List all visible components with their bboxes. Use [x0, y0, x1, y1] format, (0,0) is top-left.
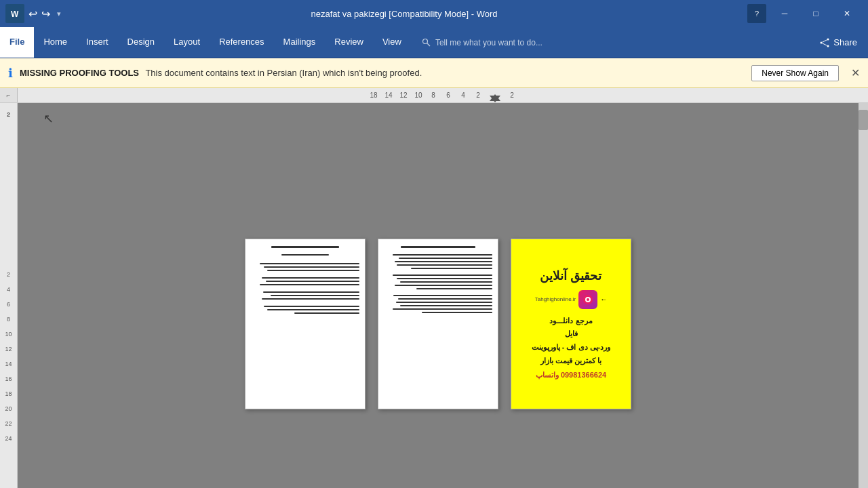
scrollbar-thumb[interactable]: [859, 110, 868, 130]
title-bar: W ↩ ↪ ▾ nezafat va pakizegi [Compatibili…: [0, 0, 868, 27]
page-2-content: [378, 239, 498, 322]
tab-insert[interactable]: Insert: [77, 27, 118, 58]
svg-point-5: [821, 41, 823, 43]
ruler-num-12: 12: [396, 92, 411, 99]
redo-button[interactable]: ↪: [41, 7, 50, 20]
title-bar-left: W ↩ ↪ ▾: [5, 4, 61, 23]
svg-point-3: [422, 39, 427, 43]
ad-content: تحقیق آنلاین Tahghighonline.ir ← مرجع دا…: [511, 239, 631, 409]
ad-logo: [578, 290, 597, 309]
ad-title: تحقیق آنلاین: [540, 268, 601, 284]
tab-mailings[interactable]: Mailings: [274, 27, 326, 58]
ribbon: File Home Insert Design Layout Reference…: [0, 27, 868, 58]
main-layout: 2 2 4 6 8 10 12 14 16 18 20 22 24 ↖: [0, 103, 868, 488]
svg-line-4: [427, 43, 430, 46]
vertical-scrollbar[interactable]: [859, 103, 868, 488]
undo-button[interactable]: ↩: [28, 7, 37, 20]
svg-text:?: ?: [755, 9, 759, 18]
share-label: Share: [833, 37, 857, 47]
ad-url: Tahghighonline.ir: [535, 296, 576, 302]
ad-url-row: Tahghighonline.ir ←: [535, 287, 608, 312]
minimize-button[interactable]: ─: [769, 3, 800, 24]
ribbon-search[interactable]: Tell me what you want to do...: [411, 27, 809, 58]
tab-layout[interactable]: Layout: [164, 27, 210, 58]
svg-point-7: [827, 45, 829, 47]
ruler-num-6: 6: [441, 92, 456, 99]
svg-line-9: [823, 43, 827, 45]
window-controls-group: ─ □ ✕: [769, 3, 863, 24]
maximize-button[interactable]: □: [800, 3, 831, 24]
search-placeholder: Tell me what you want to do...: [435, 38, 542, 47]
ruler-num-2b: 2: [505, 92, 519, 99]
notification-text: MISSING PROOFING TOOLS This document con…: [20, 68, 745, 78]
page-2[interactable]: [378, 239, 498, 409]
svg-point-6: [827, 38, 829, 40]
never-show-again-button[interactable]: Never Show Again: [751, 65, 839, 81]
ruler-num-4: 4: [456, 92, 471, 99]
ad-subtitle: مرجع دانلـــود فایل ورد-پی دی اف - پاورپ…: [532, 314, 611, 368]
ruler-num-14: 14: [381, 92, 396, 99]
notification-bar: ℹ MISSING PROOFING TOOLS This document c…: [0, 58, 868, 88]
notification-bold-text: MISSING PROOFING TOOLS: [20, 68, 139, 78]
tab-review[interactable]: Review: [325, 27, 373, 58]
notification-message: This document contains text in Persian (…: [145, 68, 422, 78]
svg-line-8: [823, 39, 827, 41]
svg-point-14: [587, 298, 589, 301]
ruler-numbers: 18 14 12 10 8 6 4 2 2: [18, 92, 868, 99]
ruler-corner[interactable]: ⌐: [0, 88, 18, 103]
tab-design[interactable]: Design: [118, 27, 164, 58]
tab-file[interactable]: File: [0, 27, 34, 58]
window-controls: ? ─ □ ✕: [747, 3, 863, 24]
horizontal-ruler: ⌐ 18 14 12 10 8 6 4 2 2: [0, 88, 868, 103]
ruler-num-18: 18: [366, 92, 381, 99]
word-icon: W: [5, 4, 24, 23]
page-1-content: [245, 239, 365, 323]
cursor-indicator: ↖: [43, 111, 54, 126]
vertical-ruler: 2 2 4 6 8 10 12 14 16 18 20 22 24: [0, 103, 18, 488]
close-button[interactable]: ✕: [831, 3, 863, 24]
document-title: nezafat va pakizegi [Compatibility Mode]…: [61, 9, 747, 19]
page-num-indicator: 2: [7, 111, 10, 118]
notification-close-button[interactable]: ✕: [851, 66, 860, 79]
ruler-num-10: 10: [411, 92, 426, 99]
document-area[interactable]: ↖: [18, 103, 859, 488]
svg-text:W: W: [11, 9, 19, 19]
share-button[interactable]: Share: [809, 27, 868, 58]
ad-arrow: ←: [600, 296, 607, 303]
tab-references[interactable]: References: [210, 27, 273, 58]
ruler-num-8: 8: [426, 92, 441, 99]
ad-phone: 09981366624 واتساپ: [536, 371, 606, 380]
vruler-numbers: 2 4 6 8 10 12 14 16 18 20 22 24: [5, 267, 12, 446]
help-icon[interactable]: ?: [747, 4, 766, 23]
ruler-num-2a: 2: [471, 92, 486, 99]
page-1[interactable]: [245, 239, 366, 409]
page-3[interactable]: تحقیق آنلاین Tahghighonline.ir ← مرجع دا…: [511, 239, 631, 409]
tab-view[interactable]: View: [373, 27, 411, 58]
info-icon: ℹ: [8, 66, 13, 81]
pages-row: تحقیق آنلاین Tahghighonline.ir ← مرجع دا…: [245, 239, 631, 409]
tab-home[interactable]: Home: [34, 27, 77, 58]
